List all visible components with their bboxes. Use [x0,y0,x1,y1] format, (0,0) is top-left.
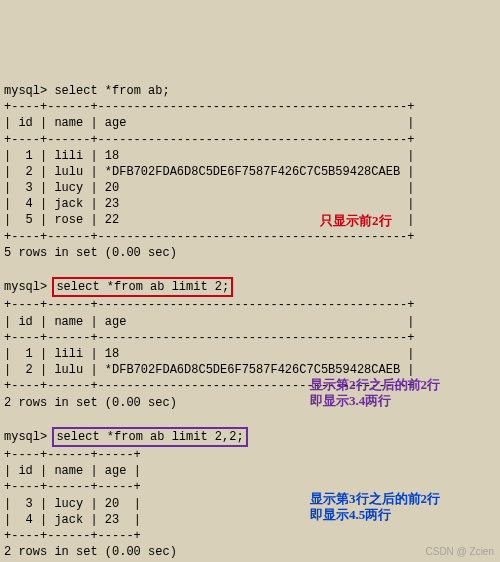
annotation-3-line2: 即显示4.5两行 [310,506,391,524]
col-id: id [18,116,32,130]
annotation-3-line1: 显示第3行之后的前2行 [310,490,440,508]
result-footer: 2 rows in set (0.00 sec) [4,545,177,559]
query-3: select *from ab limit 2,2; [56,430,243,444]
query-1: select *from ab; [54,84,169,98]
annotation-2-line1: 显示第2行之后的前2行 [310,376,440,394]
terminal-output: mysql> select *from ab; +----+------+---… [0,65,500,562]
annotation-2-line2: 即显示3.4两行 [310,392,391,410]
col-name: name [54,116,83,130]
watermark: CSDN @ Zcien [426,545,495,559]
separator: +----+------+---------------------------… [4,100,414,114]
query-2-highlight: select *from ab limit 2; [52,277,233,297]
prompt: mysql> [4,84,47,98]
prompt: mysql> [4,280,47,294]
prompt: mysql> [4,430,47,444]
query-2: select *from ab limit 2; [56,280,229,294]
annotation-1: 只显示前2行 [320,212,392,230]
cell: 1 [26,149,33,163]
col-age: age [105,116,127,130]
query-3-highlight: select *from ab limit 2,2; [52,427,247,447]
result-footer: 2 rows in set (0.00 sec) [4,396,177,410]
result-footer: 5 rows in set (0.00 sec) [4,246,177,260]
